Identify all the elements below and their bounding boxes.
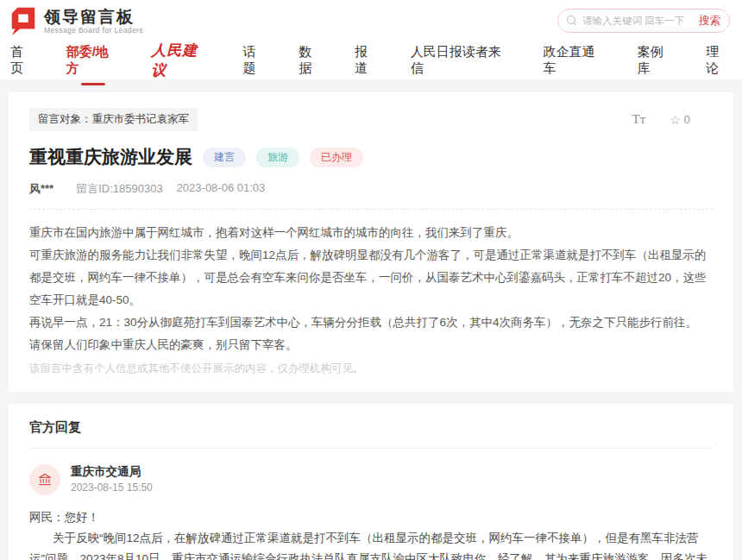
reply-paragraph: 关于反映“晚间12点后，在解放碑通过正常渠道就是打不到车（出租显示的都是交班，网… (29, 528, 713, 560)
star-favorite-button[interactable]: ☆ 0 (670, 113, 690, 127)
message-author: 风*** (29, 181, 53, 197)
message-paragraph: 重庆市在国内旅游中属于网红城市，抱着对这样一个网红城市的城市的向往，我们来到了重… (29, 222, 713, 244)
logo-subtitle: Message Board for Leaders (44, 26, 143, 35)
message-paragraph: 可重庆旅游的服务能力让我们非常失望，晚间12点后，解放碑明显都没有几个游客了，可… (29, 244, 713, 311)
nav-item-reader-letters[interactable]: 人民日报读者来信 (411, 39, 513, 82)
nav-item-home[interactable]: 首页 (10, 39, 36, 82)
nav-item-topics[interactable]: 话题 (243, 39, 269, 82)
avatar (29, 464, 60, 495)
message-meta-row: 风*** 留言ID:18590303 2023-08-06 01:03 (29, 181, 713, 210)
nav-item-gov-enterprise[interactable]: 政企直通车 (543, 39, 607, 82)
search-input[interactable] (582, 16, 694, 26)
search-icon (567, 16, 577, 26)
reply-agency-name: 重庆市交通局 (71, 464, 153, 479)
reply-agency-block: 重庆市交通局 2023-08-15 15:50 (71, 464, 153, 494)
message-tools: Tᴛ ☆ 0 (632, 112, 690, 127)
search-button[interactable]: 搜索 (694, 14, 720, 28)
official-reply-card: 官方回复 重庆市交通局 2023-08-15 15:50 网民：您好！ 关于反映… (9, 404, 733, 560)
message-paragraph: 请保留人们印象中重庆人民的豪爽，别只留下宰客。 (29, 334, 713, 356)
reply-paragraph: 网民：您好！ (29, 507, 713, 528)
logo-title: 领导留言板 (44, 8, 143, 26)
reply-meta: 重庆市交通局 2023-08-15 15:50 (29, 464, 713, 495)
tag-status-handled: 已办理 (310, 148, 363, 167)
message-target-tag: 留言对象：重庆市委书记袁家军 (29, 108, 198, 131)
nav-item-ministries-local[interactable]: 部委/地方 (66, 39, 122, 82)
top-header: 领导留言板 Message Board for Leaders 搜索 (0, 0, 742, 41)
reply-section-title: 官方回复 (29, 419, 713, 449)
message-date: 2023-08-06 01:03 (177, 181, 266, 197)
logo-text: 领导留言板 Message Board for Leaders (44, 8, 143, 35)
reply-body: 网民：您好！ 关于反映“晚间12点后，在解放碑通过正常渠道就是打不到车（出租显示… (29, 507, 713, 560)
nav-item-people-suggestions[interactable]: 人民建议 (151, 35, 212, 85)
tag-suggestion: 建言 (203, 148, 246, 167)
message-paragraph: 再说早一点，21：30分从御庭苑打车到国泰艺术中心，车辆分分拒载（总共打了6次，… (29, 311, 713, 334)
nav-item-case-library[interactable]: 案例库 (638, 39, 676, 82)
message-title-row: 重视重庆旅游业发展 建言 旅游 已办理 (29, 145, 713, 169)
site-logo[interactable]: 领导留言板 Message Board for Leaders (9, 5, 143, 36)
message-body: 重庆市在国内旅游中属于网红城市，抱着对这样一个网红城市的城市的向往，我们来到了重… (29, 222, 713, 376)
reply-date: 2023-08-15 15:50 (71, 481, 153, 494)
tag-tourism: 旅游 (256, 148, 299, 167)
message-top-row: 留言对象：重庆市委书记袁家军 Tᴛ ☆ 0 (29, 108, 713, 131)
main-nav: 首页 部委/地方 人民建议 话题 数据 报道 人民日报读者来信 政企直通车 案例… (0, 41, 742, 80)
logo-icon (9, 5, 38, 36)
font-size-icon[interactable]: Tᴛ (632, 112, 645, 127)
search-box[interactable]: 搜索 (557, 9, 730, 33)
privacy-disclaimer: 该留言中含有个人信息或其他不便公开展示的内容，仅办理机构可见。 (29, 362, 713, 376)
message-id: 留言ID:18590303 (76, 181, 162, 197)
nav-item-data[interactable]: 数据 (299, 39, 324, 82)
nav-item-theory[interactable]: 理论 (706, 39, 732, 82)
star-count: 0 (684, 113, 690, 126)
government-building-icon (37, 472, 53, 488)
message-title: 重视重庆旅游业发展 (29, 145, 192, 169)
nav-item-reports[interactable]: 报道 (355, 39, 380, 82)
star-icon: ☆ (670, 113, 681, 127)
message-card: 留言对象：重庆市委书记袁家军 Tᴛ ☆ 0 重视重庆旅游业发展 建言 旅游 已办… (9, 92, 733, 392)
